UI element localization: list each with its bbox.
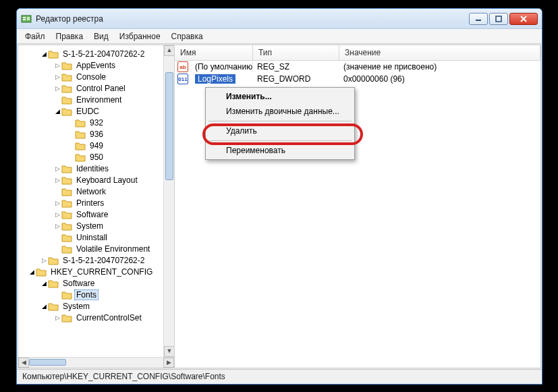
tree-label: Printers (74, 198, 106, 208)
list-header: Имя Тип Значение (175, 45, 540, 61)
tree-item-environment[interactable]: Environment (18, 94, 174, 105)
column-header-type[interactable]: Тип (253, 45, 339, 60)
reg-dword-icon: 011 (177, 74, 188, 84)
tree-item-network[interactable]: Network (18, 186, 174, 197)
svg-rect-1 (23, 17, 26, 18)
folder-icon (61, 164, 72, 173)
tree-item-system[interactable]: ▷System (18, 220, 174, 231)
expander-icon[interactable]: ◢ (53, 108, 61, 115)
column-header-name[interactable]: Имя (175, 45, 253, 60)
tree-item-fonts[interactable]: Fonts (18, 289, 174, 300)
tree-item-printers[interactable]: ▷Printers (18, 197, 174, 208)
tree-item-ccs[interactable]: ▷CurrentControlSet (18, 312, 174, 323)
menu-edit[interactable]: Правка (51, 30, 89, 43)
folder-icon (61, 95, 72, 105)
svg-rect-3 (27, 17, 30, 20)
folder-icon (61, 175, 72, 185)
folder-icon (61, 221, 72, 231)
tree-item-936[interactable]: 936 (18, 128, 174, 140)
expander-icon[interactable]: ▷ (53, 200, 61, 206)
value-type: REG_SZ (253, 62, 339, 72)
folder-icon (61, 61, 72, 70)
ctx-modify-binary[interactable]: Изменить двоичные данные... (207, 104, 353, 119)
expander-icon[interactable]: ◢ (40, 303, 48, 310)
folder-icon (61, 198, 72, 208)
tree-item-hkcc-system[interactable]: ◢System (18, 300, 174, 312)
tree-label: Environment (74, 94, 123, 105)
expander-icon[interactable]: ▷ (53, 177, 61, 184)
reg-string-icon: ab (177, 61, 188, 72)
tree-label: AppEvents (74, 60, 117, 71)
tree-item-identities[interactable]: ▷Identities (18, 163, 174, 174)
menu-help[interactable]: Справка (166, 30, 208, 43)
menu-favorites[interactable]: Избранное (114, 30, 166, 43)
tree-item-949[interactable]: 949 (18, 140, 174, 151)
expander-icon[interactable]: ▷ (53, 62, 61, 69)
scrollbar-thumb[interactable] (29, 359, 66, 366)
tree-label: System (74, 221, 105, 231)
expander-icon[interactable]: ▷ (53, 211, 61, 218)
svg-rect-5 (496, 16, 501, 22)
maximize-button[interactable] (489, 13, 508, 25)
folder-icon (48, 302, 59, 311)
tree-item-hkcc[interactable]: ◢HKEY_CURRENT_CONFIG (18, 266, 174, 277)
tree-item-software[interactable]: ▷Software (18, 208, 174, 220)
expander-icon[interactable]: ◢ (40, 51, 48, 57)
tree-item-console[interactable]: ▷Console (18, 71, 174, 82)
folder-icon (61, 187, 72, 196)
tree-item-sid2[interactable]: ▷S-1-5-21-204707262-2 (18, 254, 174, 266)
tree-label: Uninstall (74, 232, 109, 243)
scrollbar-thumb[interactable] (165, 72, 173, 180)
folder-icon (61, 84, 72, 93)
scroll-left-icon[interactable]: ◀ (18, 358, 29, 368)
tree-item-uninstall[interactable]: Uninstall (18, 231, 174, 243)
folder-icon (61, 290, 72, 300)
list-row[interactable]: ab (По умолчанию) REG_SZ (значение не пр… (175, 61, 540, 73)
expander-icon[interactable]: ▷ (53, 223, 61, 229)
tree-horizontal-scrollbar[interactable]: ◀ ▶ (18, 357, 174, 368)
expander-icon[interactable]: ▷ (53, 85, 61, 92)
scroll-up-icon[interactable]: ▲ (164, 45, 174, 56)
list-row[interactable]: 011 LogPixels REG_DWORD 0x00000060 (96) (175, 73, 540, 85)
value-data: (значение не присвоено) (339, 62, 437, 72)
tree-item-controlpanel[interactable]: ▷Control Panel (18, 82, 174, 94)
scroll-down-icon[interactable]: ▼ (164, 346, 174, 357)
column-header-value[interactable]: Значение (339, 45, 540, 60)
menu-file[interactable]: Файл (20, 30, 51, 43)
ctx-delete[interactable]: Удалить (207, 123, 353, 138)
expander-icon[interactable]: ◢ (28, 269, 36, 275)
expander-icon[interactable]: ▷ (53, 74, 61, 80)
tree-item-sid1[interactable]: ◢S-1-5-21-204707262-2 (18, 48, 174, 59)
tree-label: System (61, 301, 92, 312)
tree-label: 932 (88, 117, 105, 128)
ctx-modify[interactable]: Изменить... (207, 89, 353, 104)
tree-item-eudc[interactable]: ◢EUDC (18, 105, 174, 117)
tree-label: CurrentControlSet (74, 312, 144, 323)
expander-icon[interactable]: ▷ (40, 257, 48, 264)
ctx-rename[interactable]: Переименовать (207, 143, 353, 158)
folder-icon (61, 72, 72, 82)
ctx-separator (208, 140, 352, 141)
close-button[interactable] (509, 13, 538, 25)
tree-item-932[interactable]: 932 (18, 117, 174, 128)
folder-icon (75, 118, 86, 128)
tree-item-keyboard[interactable]: ▷Keyboard Layout (18, 174, 174, 186)
scroll-right-icon[interactable]: ▶ (163, 358, 174, 368)
expander-icon[interactable]: ▷ (53, 314, 61, 321)
menu-view[interactable]: Вид (88, 30, 114, 43)
tree-label: Keyboard Layout (74, 175, 140, 186)
tree-vertical-scrollbar[interactable]: ▲ ▼ (163, 45, 174, 357)
tree-item-hkcc-software[interactable]: ◢Software (18, 277, 174, 289)
tree-item-950[interactable]: 950 (18, 151, 174, 163)
tree-item-appevents[interactable]: ▷AppEvents (18, 59, 174, 71)
minimize-button[interactable] (469, 13, 488, 25)
tree-item-volatile[interactable]: Volatile Environment (18, 243, 174, 254)
folder-icon (48, 279, 59, 288)
tree-label: Identities (74, 163, 111, 174)
tree-label: 936 (88, 129, 105, 140)
expander-icon[interactable]: ◢ (40, 280, 48, 287)
expander-icon[interactable]: ▷ (53, 165, 61, 172)
statusbar: Компьютер\HKEY_CURRENT_CONFIG\Software\F… (17, 369, 542, 384)
folder-icon (48, 49, 59, 59)
registry-tree[interactable]: ◢S-1-5-21-204707262-2 ▷AppEvents ▷Consol… (18, 45, 174, 323)
